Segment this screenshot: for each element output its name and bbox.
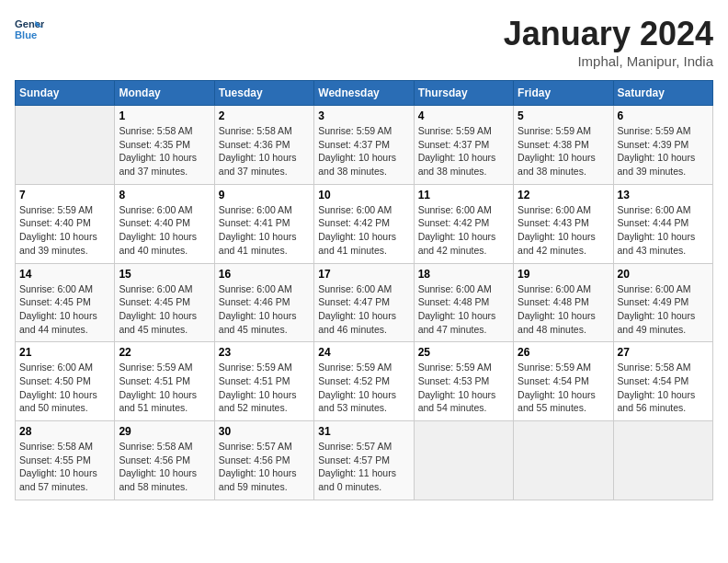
daylight-text: Daylight: 11 hours and 0 minutes. [318, 467, 396, 492]
daylight-text: Daylight: 10 hours and 57 minutes. [19, 467, 97, 492]
day-number: 3 [318, 109, 409, 122]
day-info: Sunrise: 5:58 AM Sunset: 4:36 PM Dayligh… [219, 124, 310, 178]
day-number: 8 [119, 189, 210, 201]
day-cell: 8 Sunrise: 6:00 AM Sunset: 4:40 PM Dayli… [115, 184, 214, 263]
day-info: Sunrise: 5:59 AM Sunset: 4:37 PM Dayligh… [418, 124, 509, 178]
day-cell: 11 Sunrise: 6:00 AM Sunset: 4:42 PM Dayl… [414, 184, 513, 263]
column-header-tuesday: Tuesday [214, 81, 313, 106]
sunrise-text: Sunrise: 5:59 AM [418, 362, 492, 373]
day-cell: 6 Sunrise: 5:59 AM Sunset: 4:39 PM Dayli… [613, 106, 712, 185]
sunrise-text: Sunrise: 5:59 AM [518, 362, 591, 373]
day-info: Sunrise: 5:59 AM Sunset: 4:54 PM Dayligh… [518, 361, 609, 415]
sunrise-text: Sunrise: 6:00 AM [219, 204, 292, 215]
day-cell: 13 Sunrise: 6:00 AM Sunset: 4:44 PM Dayl… [613, 184, 712, 263]
daylight-text: Daylight: 10 hours and 38 minutes. [518, 152, 596, 177]
sunrise-text: Sunrise: 5:58 AM [19, 441, 93, 452]
day-cell: 20 Sunrise: 6:00 AM Sunset: 4:49 PM Dayl… [613, 263, 712, 342]
sunrise-text: Sunrise: 6:00 AM [418, 204, 492, 215]
day-info: Sunrise: 6:00 AM Sunset: 4:43 PM Dayligh… [518, 203, 609, 258]
sunset-text: Sunset: 4:49 PM [618, 296, 689, 307]
day-cell [514, 421, 613, 500]
column-header-friday: Friday [514, 81, 613, 106]
day-info: Sunrise: 5:59 AM Sunset: 4:53 PM Dayligh… [418, 361, 509, 415]
day-number: 30 [219, 425, 310, 438]
day-cell: 7 Sunrise: 5:59 AM Sunset: 4:40 PM Dayli… [16, 184, 115, 263]
daylight-text: Daylight: 10 hours and 41 minutes. [219, 231, 297, 256]
sunset-text: Sunset: 4:44 PM [618, 217, 689, 228]
day-number: 19 [518, 268, 609, 281]
sunset-text: Sunset: 4:53 PM [418, 375, 490, 386]
day-info: Sunrise: 6:00 AM Sunset: 4:49 PM Dayligh… [618, 282, 709, 337]
sunset-text: Sunset: 4:37 PM [318, 139, 390, 150]
daylight-text: Daylight: 10 hours and 44 minutes. [19, 310, 97, 335]
sunset-text: Sunset: 4:54 PM [518, 375, 589, 386]
day-number: 9 [219, 189, 310, 201]
day-number: 10 [318, 189, 409, 201]
daylight-text: Daylight: 10 hours and 41 minutes. [318, 231, 396, 256]
day-number: 21 [19, 346, 110, 359]
day-cell: 19 Sunrise: 6:00 AM Sunset: 4:48 PM Dayl… [514, 263, 613, 342]
sunrise-text: Sunrise: 5:58 AM [219, 125, 292, 136]
sunset-text: Sunset: 4:39 PM [618, 139, 689, 150]
sunrise-text: Sunrise: 5:59 AM [119, 362, 192, 373]
day-info: Sunrise: 5:58 AM Sunset: 4:54 PM Dayligh… [618, 361, 709, 415]
day-number: 27 [618, 346, 709, 359]
day-cell: 12 Sunrise: 6:00 AM Sunset: 4:43 PM Dayl… [514, 184, 613, 263]
day-cell: 28 Sunrise: 5:58 AM Sunset: 4:55 PM Dayl… [16, 421, 115, 500]
page-header: General Blue January 2024 Imphal, Manipu… [15, 15, 713, 69]
sunset-text: Sunset: 4:43 PM [518, 217, 589, 228]
day-info: Sunrise: 5:59 AM Sunset: 4:51 PM Dayligh… [119, 361, 210, 415]
sunrise-text: Sunrise: 6:00 AM [618, 204, 691, 215]
sunset-text: Sunset: 4:45 PM [119, 296, 190, 307]
sunrise-text: Sunrise: 5:58 AM [618, 362, 691, 373]
day-cell: 5 Sunrise: 5:59 AM Sunset: 4:38 PM Dayli… [514, 106, 613, 185]
daylight-text: Daylight: 10 hours and 37 minutes. [119, 152, 197, 177]
day-cell: 18 Sunrise: 6:00 AM Sunset: 4:48 PM Dayl… [414, 263, 513, 342]
day-info: Sunrise: 5:58 AM Sunset: 4:56 PM Dayligh… [119, 440, 210, 494]
day-cell: 17 Sunrise: 6:00 AM Sunset: 4:47 PM Dayl… [314, 263, 414, 342]
sunset-text: Sunset: 4:54 PM [618, 375, 689, 386]
daylight-text: Daylight: 10 hours and 37 minutes. [219, 152, 297, 177]
day-number: 1 [119, 109, 210, 122]
sunset-text: Sunset: 4:42 PM [418, 217, 490, 228]
daylight-text: Daylight: 10 hours and 38 minutes. [418, 152, 496, 177]
sunrise-text: Sunrise: 6:00 AM [19, 283, 93, 294]
daylight-text: Daylight: 10 hours and 48 minutes. [518, 310, 596, 335]
sunset-text: Sunset: 4:56 PM [119, 454, 190, 465]
day-number: 23 [219, 346, 310, 359]
day-cell: 23 Sunrise: 5:59 AM Sunset: 4:51 PM Dayl… [214, 342, 313, 421]
logo-icon: General Blue [15, 15, 44, 44]
title-block: January 2024 Imphal, Manipur, India [504, 15, 713, 69]
sunrise-text: Sunrise: 5:59 AM [418, 125, 492, 136]
day-cell: 10 Sunrise: 6:00 AM Sunset: 4:42 PM Dayl… [314, 184, 414, 263]
daylight-text: Daylight: 10 hours and 42 minutes. [518, 231, 596, 256]
sunrise-text: Sunrise: 6:00 AM [618, 283, 691, 294]
day-info: Sunrise: 5:59 AM Sunset: 4:38 PM Dayligh… [518, 124, 609, 178]
sunrise-text: Sunrise: 6:00 AM [19, 362, 93, 373]
day-cell: 24 Sunrise: 5:59 AM Sunset: 4:52 PM Dayl… [314, 342, 414, 421]
day-cell: 2 Sunrise: 5:58 AM Sunset: 4:36 PM Dayli… [214, 106, 313, 185]
daylight-text: Daylight: 10 hours and 47 minutes. [418, 310, 496, 335]
day-number: 24 [318, 346, 409, 359]
sunset-text: Sunset: 4:52 PM [318, 375, 390, 386]
column-header-saturday: Saturday [613, 81, 712, 106]
daylight-text: Daylight: 10 hours and 58 minutes. [119, 467, 197, 492]
daylight-text: Daylight: 10 hours and 45 minutes. [219, 310, 297, 335]
day-info: Sunrise: 5:59 AM Sunset: 4:40 PM Dayligh… [19, 203, 110, 258]
week-row-2: 7 Sunrise: 5:59 AM Sunset: 4:40 PM Dayli… [16, 184, 713, 263]
day-cell: 31 Sunrise: 5:57 AM Sunset: 4:57 PM Dayl… [314, 421, 414, 500]
day-number: 11 [418, 189, 509, 201]
sunrise-text: Sunrise: 5:58 AM [119, 441, 192, 452]
daylight-text: Daylight: 10 hours and 46 minutes. [318, 310, 396, 335]
sunset-text: Sunset: 4:42 PM [318, 217, 390, 228]
sunrise-text: Sunrise: 6:00 AM [518, 283, 591, 294]
sunset-text: Sunset: 4:47 PM [318, 296, 390, 307]
sunrise-text: Sunrise: 6:00 AM [219, 283, 292, 294]
day-cell: 26 Sunrise: 5:59 AM Sunset: 4:54 PM Dayl… [514, 342, 613, 421]
day-number: 14 [19, 268, 110, 281]
daylight-text: Daylight: 10 hours and 39 minutes. [618, 152, 696, 177]
day-info: Sunrise: 6:00 AM Sunset: 4:48 PM Dayligh… [518, 282, 609, 337]
sunrise-text: Sunrise: 6:00 AM [318, 283, 392, 294]
sunrise-text: Sunrise: 5:59 AM [219, 362, 292, 373]
sunrise-text: Sunrise: 5:59 AM [19, 204, 93, 215]
